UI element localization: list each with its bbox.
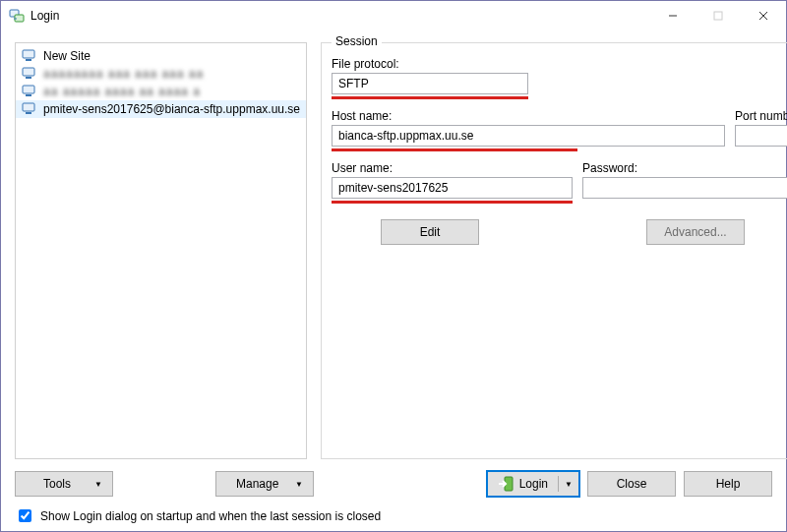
svg-rect-6 [23, 50, 34, 58]
startup-checkbox[interactable] [19, 509, 31, 522]
tools-button[interactable]: Tools▼ [15, 471, 113, 497]
host-label: Host name: [332, 109, 725, 123]
protocol-select[interactable]: SFTP [332, 73, 528, 94]
window-controls [650, 1, 786, 30]
manage-button[interactable]: Manage▼ [215, 471, 314, 497]
site-icon [22, 49, 37, 63]
password-label: Password: [582, 161, 787, 175]
minimize-button[interactable] [650, 1, 696, 30]
host-input[interactable] [332, 125, 725, 147]
user-label: User name: [332, 161, 573, 175]
site-item-obscured-1[interactable]: aaaaaaaa aaa aaa aaa aa [16, 65, 306, 83]
site-item-selected[interactable]: pmitev-sens2017625@bianca-sftp.uppmax.uu… [16, 100, 306, 118]
svg-rect-10 [23, 86, 34, 93]
port-label: Port number: [735, 109, 787, 123]
session-legend: Session [332, 34, 382, 48]
site-label: aaaaaaaa aaa aaa aaa aa [43, 67, 204, 81]
site-icon [22, 67, 37, 81]
help-button[interactable]: Help [684, 471, 772, 497]
session-group: Session File protocol: SFTP Host name: [321, 42, 787, 459]
login-dropdown[interactable]: ▼ [559, 480, 578, 489]
site-item-obscured-2[interactable]: aa aaaaa aaaa aa aaaa a [16, 83, 306, 100]
app-icon [9, 8, 25, 24]
password-input[interactable] [582, 177, 787, 199]
site-icon [22, 85, 37, 98]
chevron-down-icon: ▼ [295, 480, 303, 489]
site-label: New Site [43, 49, 91, 63]
svg-rect-9 [26, 77, 31, 79]
svg-rect-13 [26, 112, 31, 114]
site-item-new[interactable]: New Site [16, 47, 306, 65]
user-input[interactable] [332, 177, 573, 199]
bottom-bar: Tools▼ Manage▼ Login ▼ Close Help [15, 471, 772, 497]
close-button[interactable]: Close [587, 471, 676, 497]
titlebar: Login [1, 1, 786, 30]
svg-rect-11 [26, 94, 31, 96]
protocol-label: File protocol: [332, 57, 787, 71]
port-input[interactable] [735, 125, 787, 147]
startup-checkbox-label: Show Login dialog on startup and when th… [40, 509, 381, 523]
advanced-button: Advanced... [646, 219, 745, 245]
startup-checkbox-row[interactable]: Show Login dialog on startup and when th… [15, 506, 772, 525]
site-label: pmitev-sens2017625@bianca-sftp.uppmax.uu… [43, 102, 300, 116]
svg-rect-3 [714, 12, 722, 20]
sites-list[interactable]: New Site aaaaaaaa aaa aaa aaa aa aa aaaa… [15, 42, 307, 459]
site-label: aa aaaaa aaaa aa aaaa a [43, 85, 201, 98]
svg-rect-12 [23, 103, 34, 111]
login-button[interactable]: Login ▼ [487, 471, 579, 497]
svg-rect-7 [26, 59, 31, 61]
close-window-button[interactable] [741, 1, 786, 30]
chevron-down-icon: ▼ [94, 480, 102, 489]
highlight-underline [332, 201, 573, 204]
svg-rect-8 [23, 68, 34, 76]
window-title: Login [30, 9, 650, 23]
maximize-button [696, 1, 741, 30]
login-icon [498, 476, 514, 492]
edit-button[interactable]: Edit [381, 219, 479, 245]
site-icon [22, 102, 37, 116]
